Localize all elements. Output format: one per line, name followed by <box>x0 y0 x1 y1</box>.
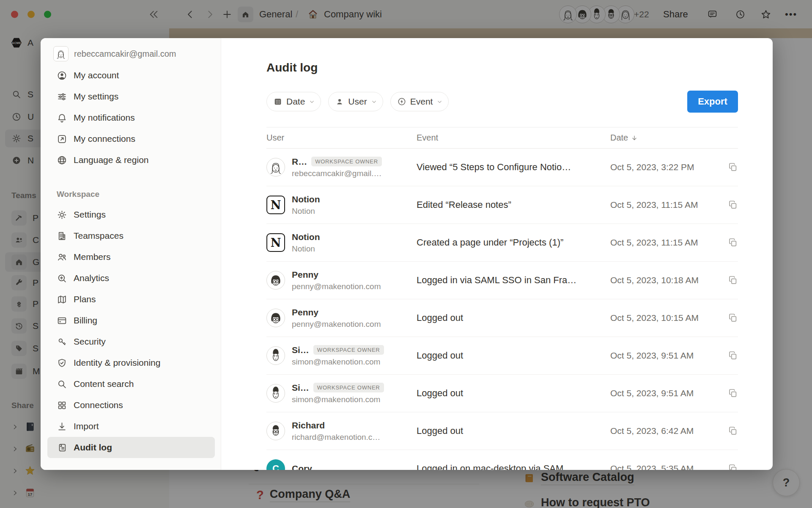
analytics-icon <box>57 273 67 284</box>
user-avatar: N <box>266 196 285 214</box>
settings-nav-import[interactable]: Import <box>41 416 221 437</box>
table-row[interactable]: Penny penny@makenotion.com Logged out Oc… <box>266 299 738 337</box>
settings-nav-audit-log[interactable]: Audit log <box>47 437 215 458</box>
audit-table: User Event Date R… WORKSPACE OWNER rebec… <box>266 127 738 470</box>
event-date: Oct 5, 2023, 9:51 AM <box>610 351 694 361</box>
shield-check-icon <box>57 358 67 368</box>
table-row[interactable]: R… WORKSPACE OWNER rebeccamcakir@gmail.…… <box>266 149 738 186</box>
key-icon <box>57 337 67 347</box>
settings-nav-label: Content search <box>74 379 134 389</box>
sliders-icon <box>57 91 67 102</box>
filter-label: User <box>348 97 367 107</box>
workspace-owner-badge: WORKSPACE OWNER <box>311 157 382 166</box>
gear-icon <box>57 210 67 220</box>
export-button[interactable]: Export <box>687 91 738 113</box>
event-text: Logged out <box>417 350 610 361</box>
settings-nav-analytics[interactable]: Analytics <box>41 268 221 289</box>
column-header-user[interactable]: User <box>266 133 417 143</box>
settings-nav-label: My account <box>74 70 119 80</box>
account-header: rebeccamcakir@gmail.com <box>41 44 221 64</box>
page-title: Audit log <box>266 61 773 75</box>
table-row[interactable]: Penny penny@makenotion.com Logged in via… <box>266 262 738 299</box>
event-date: Oct 5, 2023, 5:35 AM <box>610 464 694 470</box>
event-text: Logged in on mac-desktop via SAM… <box>417 463 610 470</box>
user-avatar: C <box>266 459 285 470</box>
settings-nav-identity-provisioning[interactable]: Identity & provisioning <box>41 352 221 373</box>
user-name: Notion <box>292 194 320 204</box>
user-email: richard@makenotion.c… <box>292 433 380 442</box>
settings-nav-teamspaces[interactable]: Teamspaces <box>41 225 221 246</box>
settings-nav-members[interactable]: Members <box>41 246 221 268</box>
user-avatar <box>266 271 285 290</box>
user-name: Notion <box>292 232 320 242</box>
audit-table-body: R… WORKSPACE OWNER rebeccamcakir@gmail.…… <box>266 149 738 470</box>
user-email: Notion <box>292 244 320 254</box>
settings-nav-label: Teamspaces <box>74 231 123 241</box>
table-row[interactable]: Si… WORKSPACE OWNER simon@makenotion.com… <box>266 375 738 412</box>
filter-event[interactable]: Event <box>390 92 449 111</box>
copy-icon[interactable] <box>728 162 738 172</box>
settings-nav-label: My notifications <box>74 113 135 123</box>
user-avatar <box>266 309 285 327</box>
copy-icon[interactable] <box>728 237 738 248</box>
settings-nav-billing[interactable]: Billing <box>41 310 221 331</box>
calendar-icon <box>273 97 283 106</box>
date-cell: Oct 5, 2023, 11:15 AM <box>610 237 738 248</box>
copy-icon[interactable] <box>728 426 738 436</box>
user-email: rebeccamcakir@gmail.… <box>292 169 382 178</box>
settings-nav-settings[interactable]: Settings <box>41 204 221 225</box>
settings-nav-content-search[interactable]: Content search <box>41 373 221 395</box>
workspace-owner-badge: WORKSPACE OWNER <box>313 383 384 392</box>
credit-card-icon <box>57 315 67 326</box>
copy-icon[interactable] <box>728 313 738 323</box>
settings-nav-my-settings[interactable]: My settings <box>41 86 221 107</box>
table-row[interactable]: Si… WORKSPACE OWNER simon@makenotion.com… <box>266 337 738 375</box>
settings-nav-language-region[interactable]: Language & region <box>41 149 221 171</box>
date-cell: Oct 5, 2023, 6:42 AM <box>610 426 738 436</box>
user-avatar <box>266 346 285 365</box>
user-icon <box>335 97 344 106</box>
sort-descending-icon <box>631 135 638 141</box>
event-date: Oct 5, 2023, 9:51 AM <box>610 388 694 398</box>
table-row[interactable]: N Notion Notion Created a page under “Pr… <box>266 224 738 262</box>
date-cell: Oct 5, 2023, 9:51 AM <box>610 351 738 361</box>
user-email: penny@makenotion.com <box>292 320 381 329</box>
settings-nav-my-notifications[interactable]: My notifications <box>41 107 221 128</box>
settings-nav-my-connections[interactable]: My connections <box>41 128 221 149</box>
workspace-section-label: Workspace <box>57 190 221 199</box>
chevron-down-icon <box>309 99 315 105</box>
settings-nav-plans[interactable]: Plans <box>41 289 221 310</box>
copy-icon[interactable] <box>728 351 738 361</box>
date-cell: Oct 5, 2023, 10:18 AM <box>610 275 738 285</box>
members-icon <box>57 252 67 262</box>
copy-icon[interactable] <box>728 388 738 398</box>
filter-user[interactable]: User <box>328 92 383 111</box>
settings-nav-label: Language & region <box>74 155 149 165</box>
user-cell: Richard richard@makenotion.c… <box>266 420 417 442</box>
copy-icon[interactable] <box>728 275 738 285</box>
chevron-down-icon <box>371 99 377 105</box>
event-text: Edited “Release notes” <box>417 199 610 210</box>
settings-nav-label: My settings <box>74 91 118 102</box>
filter-date[interactable]: Date <box>266 92 321 111</box>
settings-nav-connections[interactable]: Connections <box>41 395 221 416</box>
workspace-owner-badge: WORKSPACE OWNER <box>313 345 384 355</box>
table-row[interactable]: N Notion Notion Edited “Release notes” O… <box>266 186 738 224</box>
bell-icon <box>57 113 67 123</box>
settings-nav-label: Plans <box>74 294 96 304</box>
user-email: penny@makenotion.com <box>292 282 381 291</box>
user-name: Penny <box>292 270 318 280</box>
table-row[interactable]: C Cory Logged in on mac-desktop via SAM…… <box>266 450 738 470</box>
date-cell: Oct 5, 2023, 5:35 AM <box>610 464 738 470</box>
user-name: Cory <box>292 464 312 470</box>
copy-icon[interactable] <box>728 464 738 470</box>
map-icon <box>57 294 67 305</box>
screen: General / Company wiki +22 Share ••• ACM… <box>0 0 812 508</box>
table-row[interactable]: Richard richard@makenotion.c… Logged out… <box>266 412 738 450</box>
copy-icon[interactable] <box>728 200 738 210</box>
settings-nav-security[interactable]: Security <box>41 331 221 352</box>
settings-nav-my-account[interactable]: My account <box>41 65 221 86</box>
column-header-date[interactable]: Date <box>610 133 738 143</box>
event-date: Oct 5, 2023, 11:15 AM <box>610 200 698 210</box>
column-header-event[interactable]: Event <box>417 133 610 143</box>
